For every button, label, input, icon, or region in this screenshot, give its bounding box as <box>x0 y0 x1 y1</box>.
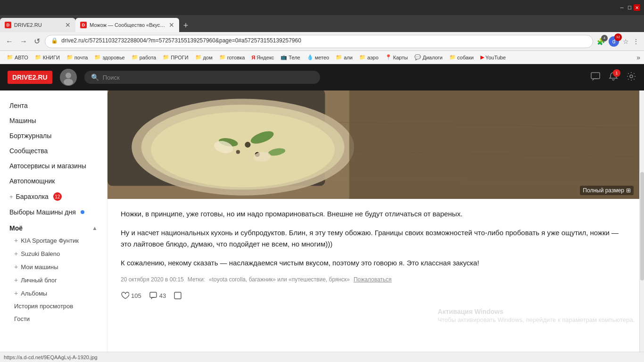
collapse-icon[interactable]: ▲ <box>92 225 98 231</box>
bookmark-yandex[interactable]: Я Яндекс <box>248 54 277 61</box>
url-input[interactable]: 🔒 drive2.ru/c/572511032732288004/?m=5725… <box>45 35 593 48</box>
svg-rect-23 <box>174 292 181 299</box>
bookmark-knigi[interactable]: 📁 КНИГИ <box>32 53 63 61</box>
yandex-icon: Я <box>251 55 255 60</box>
tab-close-2[interactable]: ✕ <box>169 21 174 29</box>
sidebar-item-suzuki[interactable]: + Suzuki Baleno <box>0 247 107 260</box>
tab-close-1[interactable]: ✕ <box>65 21 71 29</box>
close-button[interactable]: ✕ <box>634 4 640 11</box>
sidebar-label: История просмотров <box>14 303 73 310</box>
sidebar-item-lenta[interactable]: Лента <box>0 98 107 113</box>
profile-badge[interactable]: d 32 <box>608 35 620 48</box>
sidebar-item-kia[interactable]: + KIA Sportage Фунтик <box>0 234 107 247</box>
bookmark-pochta[interactable]: 📁 почта <box>64 53 91 61</box>
bookmark-dialogi[interactable]: 💬 Диалоги <box>412 53 446 61</box>
folder-icon: 📁 <box>7 54 13 60</box>
bookmark-aero[interactable]: 📁 аэро <box>356 53 381 61</box>
minimize-button[interactable]: ─ <box>619 4 625 11</box>
bookmark-zdorovie[interactable]: 📁 здоровье <box>91 53 127 61</box>
url-text: drive2.ru/c/572511032732288004/?m=572573… <box>61 37 301 44</box>
sidebar-item-bortzhurnaly[interactable]: Бортжурналы <box>0 128 107 143</box>
bookmark-progi[interactable]: 📁 ПРОГИ <box>160 53 191 61</box>
bookmark-gotovka[interactable]: 📁 готовка <box>216 53 248 61</box>
tab-mozhozh[interactable]: D Можож — Сообщество «Вкусн... ✕ <box>75 18 179 32</box>
article-actions: 105 43 <box>121 288 626 304</box>
article-meta: 20 октября 2020 в 00:15 Метки: «toyota c… <box>121 276 626 283</box>
sidebar-label: Автосервисы и магазины <box>9 162 86 170</box>
extensions-badge: 4 <box>601 35 608 41</box>
site-header: DRIVE2.RU 🔍 Поиск 1 <box>0 64 644 90</box>
new-tab-button[interactable]: + <box>179 19 192 32</box>
svg-point-4 <box>630 75 633 78</box>
sidebar-item-history[interactable]: История просмотров <box>0 300 107 313</box>
forward-button[interactable]: → <box>18 36 29 47</box>
article-date: 20 октября 2020 в 00:15 <box>121 276 184 283</box>
reload-button[interactable]: ↺ <box>32 36 42 47</box>
bookmark-label: АВТО <box>15 55 28 60</box>
sidebar-item-albums[interactable]: + Альбомы <box>0 287 107 300</box>
settings-button[interactable] <box>626 71 636 84</box>
bookmark-dom[interactable]: 📁 дом <box>192 53 215 61</box>
window-controls[interactable]: ─ ☐ ✕ <box>619 4 640 11</box>
sidebar-item-avtoservisy[interactable]: Автосервисы и магазины <box>0 158 107 173</box>
fullsize-button[interactable]: Полный размер ⊞ <box>580 186 634 195</box>
user-avatar[interactable] <box>60 69 77 86</box>
chat-button[interactable] <box>590 71 601 84</box>
sidebar-item-soobshestva[interactable]: Сообщества <box>0 143 107 158</box>
report-link[interactable]: Пожаловаться <box>354 276 392 283</box>
scrollbar[interactable] <box>639 90 644 362</box>
folder-icon: 📁 <box>132 54 138 60</box>
folder-icon: 📁 <box>94 54 101 60</box>
plus-icon: + <box>14 250 18 257</box>
bookmark-tele[interactable]: 📺 Теле <box>278 53 303 61</box>
bookmark-avto[interactable]: 📁 АВТО <box>4 53 31 61</box>
comment-count: 43 <box>159 292 166 299</box>
back-button[interactable]: ← <box>4 36 15 47</box>
bookmark-ali[interactable]: 📁 али <box>333 53 355 61</box>
bookmark-sobaki[interactable]: 📁 собаки <box>446 53 477 61</box>
bookmark-karty[interactable]: 📍 Карты <box>382 53 411 61</box>
star-icon[interactable]: ☆ <box>622 37 630 46</box>
sidebar-item-mashiny[interactable]: Машины <box>0 113 107 128</box>
sidebar-item-guests[interactable]: Гости <box>0 313 107 325</box>
scrollbar-thumb[interactable] <box>640 172 644 280</box>
bookmark-label: Карты <box>393 55 408 60</box>
sidebar-item-personal-blog[interactable]: + Личный блог <box>0 273 107 287</box>
tab-title-2: Можож — Сообщество «Вкусн... <box>90 22 166 28</box>
bookmark-meteo[interactable]: 💧 метео <box>304 53 332 61</box>
bookmark-youtube[interactable]: ▶ YouTube <box>478 53 509 61</box>
article-paragraph-2: Ну и насчет национальных кухонь и субпро… <box>121 227 626 250</box>
sidebar-item-avtopomoshnik[interactable]: Автопомощник <box>0 173 107 189</box>
share-button[interactable] <box>173 291 182 300</box>
bookmark-rabota[interactable]: 📁 работа <box>129 53 159 61</box>
sidebar-item-baraholka[interactable]: + Барахолка 12 <box>0 189 107 205</box>
menu-button[interactable]: ⋮ <box>632 37 640 46</box>
like-button[interactable]: 105 <box>121 291 141 300</box>
sidebar-label: Гости <box>14 315 30 322</box>
baraholka-badge: 12 <box>53 192 62 201</box>
tabs-bar: D DRIVE2.RU ✕ D Можож — Сообщество «Вкус… <box>0 15 644 32</box>
comment-button[interactable]: 43 <box>149 291 166 300</box>
address-bar: ← → ↺ 🔒 drive2.ru/c/572511032732288004/?… <box>0 32 644 51</box>
sidebar: Лента Машины Бортжурналы Сообщества Авто… <box>0 90 107 362</box>
sidebar-label: Бортжурналы <box>9 132 51 140</box>
tab-favicon-1: D <box>5 22 11 28</box>
site-logo[interactable]: DRIVE2.RU <box>8 71 52 84</box>
windows-activation: Активация Windows Чтобы активировать Win… <box>438 308 635 324</box>
maximize-button[interactable]: ☐ <box>626 4 633 11</box>
sidebar-label: Барахолка <box>16 193 49 200</box>
extensions-icon[interactable]: 🧩 4 <box>596 37 606 46</box>
address-icons: 🧩 4 d 32 ☆ ⋮ <box>596 35 640 48</box>
search-bar[interactable]: 🔍 Поиск <box>84 71 320 84</box>
fullsize-label: Полный размер <box>583 187 624 194</box>
tab-drive2[interactable]: D DRIVE2.RU ✕ <box>0 18 75 32</box>
search-icon: 🔍 <box>91 74 99 81</box>
sidebar-item-my-cars[interactable]: + Мои машины <box>0 260 107 273</box>
bookmarks-more[interactable]: » <box>636 54 640 61</box>
sidebar-item-vybory[interactable]: Выборы Машины дня <box>0 205 107 220</box>
svg-point-18 <box>236 150 240 154</box>
svg-point-2 <box>64 79 73 85</box>
svg-rect-22 <box>150 292 157 297</box>
notifications-button[interactable]: 1 <box>608 71 619 84</box>
plus-icon: + <box>14 289 18 297</box>
